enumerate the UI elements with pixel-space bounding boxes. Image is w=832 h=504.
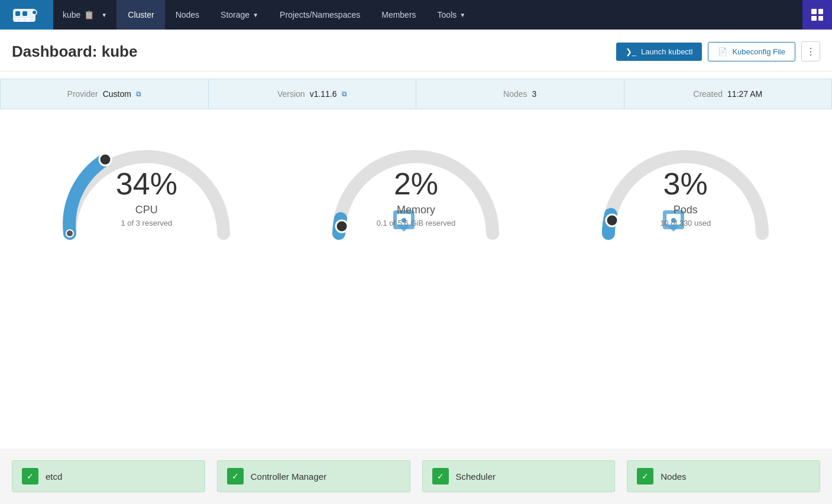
memory-gauge-center: 2% Memory 0.1 of 5.6 GiB reserved <box>377 168 456 227</box>
created-info: Created 11:27 AM <box>624 79 832 109</box>
version-value: v1.11.6 <box>310 89 337 99</box>
page-header: Dashboard: kube ❯_ Launch kubectl 📄 Kube… <box>0 30 832 71</box>
pods-gauge-visual: 3% Pods 10 of 330 used <box>591 127 780 245</box>
main-content: Dashboard: kube ❯_ Launch kubectl 📄 Kube… <box>0 30 832 504</box>
more-options-button[interactable]: ⋮ <box>801 41 820 61</box>
pods-label: Pods <box>660 204 711 216</box>
svg-rect-2 <box>22 11 27 16</box>
status-bar: ✓ etcd ✓ Controller Manager ✓ Scheduler … <box>0 448 832 504</box>
terminal-icon: ❯_ <box>626 47 636 56</box>
version-label: Version <box>277 89 305 99</box>
etcd-label: etcd <box>46 472 62 482</box>
nav-storage[interactable]: Storage ▼ <box>210 0 269 30</box>
file-icon: 📄 <box>718 47 727 56</box>
brand-logo[interactable] <box>0 0 53 30</box>
svg-rect-3 <box>14 18 18 22</box>
nodes-label: Nodes <box>503 89 527 99</box>
header-actions: ❯_ Launch kubectl 📄 Kubeconfig File ⋮ <box>616 41 820 61</box>
nodes-status-label: Nodes <box>661 472 686 482</box>
cluster-name: kube <box>63 10 80 19</box>
provider-value: Custom <box>103 89 131 99</box>
controller-manager-label: Controller Manager <box>251 472 326 482</box>
nav-right <box>802 0 832 30</box>
controller-manager-check-icon: ✓ <box>227 468 244 485</box>
svg-point-10 <box>336 220 348 232</box>
scheduler-label: Scheduler <box>456 472 496 482</box>
version-info: Version v1.11.6 ⧉ <box>209 79 417 109</box>
nodes-info: Nodes 3 <box>416 79 624 109</box>
nav-tools[interactable]: Tools ▼ <box>427 0 477 30</box>
created-value: 11:27 AM <box>727 89 762 99</box>
nav-items: Cluster Nodes Storage ▼ Projects/Namespa… <box>117 0 802 30</box>
cluster-icon: 📋 <box>84 10 94 19</box>
status-etcd: ✓ etcd <box>12 460 205 492</box>
provider-copy-icon[interactable]: ⧉ <box>136 90 141 98</box>
pods-sublabel: 10 of 330 used <box>660 219 711 227</box>
launch-kubectl-button[interactable]: ❯_ Launch kubectl <box>616 43 702 61</box>
status-nodes: ✓ Nodes <box>627 460 820 492</box>
memory-gauge: 2% Memory 0.1 of 5.6 GiB reserved <box>303 127 528 245</box>
svg-rect-1 <box>15 11 20 16</box>
cpu-label: CPU <box>116 204 177 216</box>
nodes-value: 3 <box>532 89 537 99</box>
cpu-sublabel: 1 of 3 reserved <box>116 219 177 227</box>
svg-point-9 <box>66 230 73 237</box>
cpu-gauge-visual: 34% CPU 1 of 3 reserved <box>52 127 241 245</box>
svg-point-8 <box>99 154 111 165</box>
provider-info: Provider Custom ⧉ <box>1 79 209 109</box>
navbar: kube 📋 ▼ Cluster Nodes Storage ▼ Project… <box>0 0 832 30</box>
info-bar: Provider Custom ⧉ Version v1.11.6 ⧉ Node… <box>0 79 832 109</box>
provider-label: Provider <box>67 89 98 99</box>
svg-rect-4 <box>20 18 24 22</box>
cpu-percent: 34% <box>116 168 177 199</box>
status-scheduler: ✓ Scheduler <box>422 460 616 492</box>
memory-gauge-visual: 2% Memory 0.1 of 5.6 GiB reserved <box>321 127 510 245</box>
nav-members[interactable]: Members <box>371 0 426 30</box>
svg-point-15 <box>606 214 618 226</box>
page-title: Dashboard: kube <box>12 43 137 61</box>
created-label: Created <box>693 89 723 99</box>
nodes-check-icon: ✓ <box>637 468 653 485</box>
memory-label: Memory <box>377 204 456 216</box>
svg-point-7 <box>33 11 36 14</box>
pods-gauge: 3% Pods 10 of 330 used <box>573 127 798 245</box>
cpu-gauge-center: 34% CPU 1 of 3 reserved <box>116 168 177 227</box>
pods-gauge-center: 3% Pods 10 of 330 used <box>660 168 711 227</box>
nav-projects[interactable]: Projects/Namespaces <box>269 0 371 30</box>
app-switcher-button[interactable] <box>802 0 832 30</box>
memory-percent: 2% <box>377 168 456 199</box>
memory-sublabel: 0.1 of 5.6 GiB reserved <box>377 219 456 227</box>
cluster-dropdown-arrow: ▼ <box>101 12 107 18</box>
version-copy-icon[interactable]: ⧉ <box>342 90 347 98</box>
gauges-section: 34% CPU 1 of 3 reserved <box>0 109 832 257</box>
kubeconfig-file-button[interactable]: 📄 Kubeconfig File <box>708 42 795 61</box>
pods-percent: 3% <box>660 168 711 199</box>
status-controller-manager: ✓ Controller Manager <box>217 460 410 492</box>
cluster-selector[interactable]: kube 📋 ▼ <box>53 0 117 30</box>
etcd-check-icon: ✓ <box>22 468 38 485</box>
nav-cluster[interactable]: Cluster <box>117 0 164 30</box>
nav-nodes[interactable]: Nodes <box>165 0 210 30</box>
brand-icon <box>12 4 41 25</box>
svg-rect-5 <box>26 18 30 22</box>
cpu-gauge: 34% CPU 1 of 3 reserved <box>34 127 259 245</box>
storage-dropdown-arrow: ▼ <box>252 12 258 18</box>
tools-dropdown-arrow: ▼ <box>459 12 465 18</box>
grid-icon <box>811 9 823 21</box>
scheduler-check-icon: ✓ <box>432 468 449 485</box>
